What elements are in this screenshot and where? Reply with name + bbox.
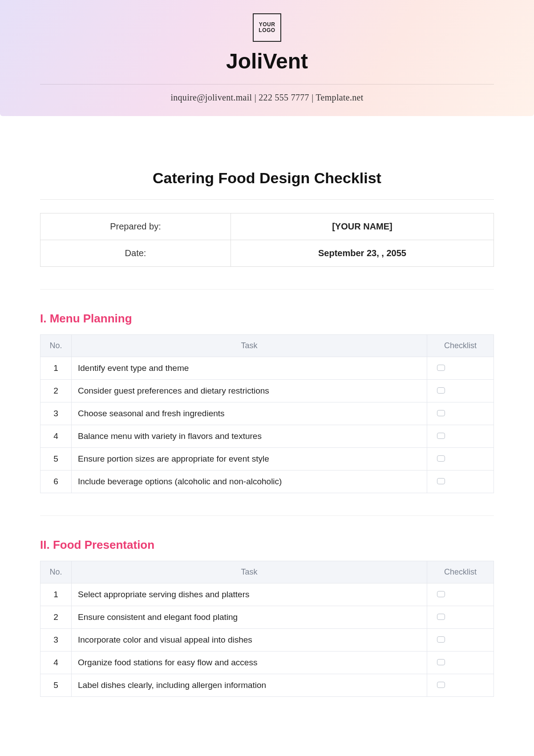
row-checkbox-cell	[427, 425, 494, 448]
row-number: 2	[40, 380, 72, 402]
meta-table: Prepared by: [YOUR NAME] Date: September…	[40, 213, 494, 267]
section-rule	[40, 515, 494, 516]
row-task: Identify event type and theme	[72, 357, 427, 380]
logo-placeholder: YOUR LOGO	[253, 13, 281, 42]
contact-line: inquire@jolivent.mail | 222 555 7777 | T…	[40, 92, 494, 103]
table-row: 1Identify event type and theme	[40, 357, 494, 380]
prepared-by-value: [YOUR NAME]	[231, 213, 494, 240]
row-task: Select appropriate serving dishes and pl…	[72, 583, 427, 606]
checkbox[interactable]	[437, 636, 445, 643]
table-row: 2Ensure consistent and elegant food plat…	[40, 606, 494, 629]
row-checkbox-cell	[427, 606, 494, 629]
col-header-checklist: Checklist	[427, 561, 494, 583]
table-row: 3Incorporate color and visual appeal int…	[40, 629, 494, 651]
row-checkbox-cell	[427, 470, 494, 493]
checkbox[interactable]	[437, 433, 445, 439]
checkbox[interactable]	[437, 659, 445, 665]
row-number: 3	[40, 629, 72, 651]
row-task: Incorporate color and visual appeal into…	[72, 629, 427, 651]
table-row: 4Balance menu with variety in flavors an…	[40, 425, 494, 448]
document-title: Catering Food Design Checklist	[40, 169, 494, 187]
table-row: 5Label dishes clearly, including allerge…	[40, 674, 494, 697]
row-checkbox-cell	[427, 448, 494, 470]
checkbox[interactable]	[437, 682, 445, 688]
sections-container: I. Menu PlanningNo.TaskChecklist1Identif…	[40, 312, 494, 697]
row-checkbox-cell	[427, 651, 494, 674]
row-checkbox-cell	[427, 380, 494, 402]
table-row: 1Select appropriate serving dishes and p…	[40, 583, 494, 606]
logo-text: YOUR LOGO	[254, 22, 280, 33]
meta-row-prepared-by: Prepared by: [YOUR NAME]	[40, 213, 494, 240]
date-value: September 23, , 2055	[231, 240, 494, 267]
row-task: Choose seasonal and fresh ingredients	[72, 402, 427, 425]
checkbox[interactable]	[437, 455, 445, 462]
checkbox[interactable]	[437, 614, 445, 620]
checklist-table: No.TaskChecklist1Select appropriate serv…	[40, 561, 494, 697]
meta-rule	[40, 289, 494, 290]
section-title: II. Food Presentation	[40, 538, 494, 552]
table-row: 4Organize food stations for easy flow an…	[40, 651, 494, 674]
row-task: Include beverage options (alcoholic and …	[72, 470, 427, 493]
col-header-checklist: Checklist	[427, 335, 494, 357]
row-number: 5	[40, 448, 72, 470]
header-banner: YOUR LOGO JoliVent inquire@jolivent.mail…	[0, 0, 534, 116]
col-header-task: Task	[72, 335, 427, 357]
row-task: Balance menu with variety in flavors and…	[72, 425, 427, 448]
table-row: 5Ensure portion sizes are appropriate fo…	[40, 448, 494, 470]
row-number: 3	[40, 402, 72, 425]
checklist-table: No.TaskChecklist1Identify event type and…	[40, 334, 494, 493]
row-number: 1	[40, 583, 72, 606]
checkbox[interactable]	[437, 387, 445, 394]
row-checkbox-cell	[427, 402, 494, 425]
row-checkbox-cell	[427, 629, 494, 651]
row-task: Label dishes clearly, including allergen…	[72, 674, 427, 697]
date-label: Date:	[40, 240, 231, 267]
table-row: 6Include beverage options (alcoholic and…	[40, 470, 494, 493]
meta-row-date: Date: September 23, , 2055	[40, 240, 494, 267]
col-header-no: No.	[40, 335, 72, 357]
row-number: 5	[40, 674, 72, 697]
row-task: Ensure consistent and elegant food plati…	[72, 606, 427, 629]
table-row: 2Consider guest preferences and dietary …	[40, 380, 494, 402]
table-row: 3Choose seasonal and fresh ingredients	[40, 402, 494, 425]
title-rule	[40, 199, 494, 200]
row-checkbox-cell	[427, 357, 494, 380]
document-page: YOUR LOGO JoliVent inquire@jolivent.mail…	[0, 0, 534, 756]
row-number: 4	[40, 425, 72, 448]
brand-name: JoliVent	[40, 49, 494, 73]
col-header-task: Task	[72, 561, 427, 583]
checkbox[interactable]	[437, 478, 445, 484]
row-task: Consider guest preferences and dietary r…	[72, 380, 427, 402]
row-number: 2	[40, 606, 72, 629]
col-header-no: No.	[40, 561, 72, 583]
row-number: 6	[40, 470, 72, 493]
row-checkbox-cell	[427, 583, 494, 606]
row-checkbox-cell	[427, 674, 494, 697]
header-divider	[40, 84, 494, 84]
section-title: I. Menu Planning	[40, 312, 494, 326]
checkbox[interactable]	[437, 591, 445, 597]
row-number: 1	[40, 357, 72, 380]
checkbox[interactable]	[437, 410, 445, 416]
row-task: Organize food stations for easy flow and…	[72, 651, 427, 674]
checkbox[interactable]	[437, 365, 445, 371]
row-number: 4	[40, 651, 72, 674]
row-task: Ensure portion sizes are appropriate for…	[72, 448, 427, 470]
prepared-by-label: Prepared by:	[40, 213, 231, 240]
